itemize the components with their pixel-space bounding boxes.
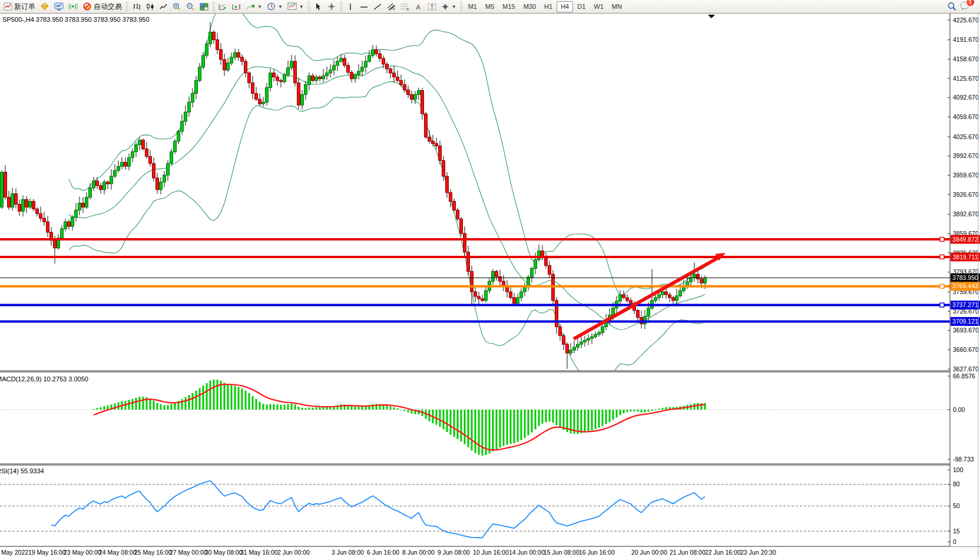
svg-text:24 May 08:00: 24 May 08:00 — [99, 549, 137, 556]
autotrading-button[interactable]: 自动交易 — [80, 1, 124, 12]
toolbar-grip — [340, 2, 343, 11]
timeframe-button-w1[interactable]: W1 — [590, 1, 608, 12]
toolbar-grip — [460, 2, 463, 11]
zoom-out-button[interactable] — [184, 1, 197, 12]
auto-scroll-icon — [218, 3, 227, 11]
svg-text:3819.711: 3819.711 — [952, 253, 978, 261]
svg-text:A: A — [416, 4, 421, 11]
new-order-button[interactable]: 新订单 — [1, 1, 38, 12]
svg-text:May 2022: May 2022 — [1, 549, 28, 556]
terminal-window: 新订单 自动交易 — [0, 0, 980, 557]
svg-text:16 Jun 16:00: 16 Jun 16:00 — [579, 549, 615, 556]
svg-text:31 May 16:00: 31 May 16:00 — [240, 549, 278, 556]
line-chart-icon — [160, 3, 168, 11]
rsi-indicator-label: RSI(14) 55.9334 — [0, 467, 44, 474]
terminal-button[interactable] — [52, 1, 66, 12]
svg-text:15 Jun 08:00: 15 Jun 08:00 — [544, 549, 580, 556]
svg-text:23 Jun 20:30: 23 Jun 20:30 — [740, 549, 776, 556]
indicators-plus-icon — [246, 2, 255, 11]
cursor-tool-button[interactable] — [312, 1, 325, 12]
timeframe-button-h4[interactable]: H4 — [557, 1, 573, 12]
auto-scroll-button[interactable] — [216, 1, 230, 12]
svg-text:19 May 16:00: 19 May 16:00 — [28, 549, 66, 556]
dropdown-caret-icon: ▼ — [257, 4, 262, 9]
svg-text:3627.670: 3627.670 — [953, 365, 979, 373]
svg-text:100: 100 — [953, 466, 964, 473]
svg-text:3992.670: 3992.670 — [953, 152, 979, 159]
svg-text:8 Jun 00:00: 8 Jun 00:00 — [402, 549, 435, 556]
toolbar-grip — [307, 2, 310, 11]
periods-button[interactable]: ▼ — [264, 1, 285, 12]
chart-shift-icon — [232, 3, 241, 11]
svg-text:14 Jun 00:00: 14 Jun 00:00 — [509, 549, 545, 556]
svg-text:3660.670: 3660.670 — [953, 346, 979, 353]
line-chart-button[interactable] — [157, 1, 170, 12]
svg-text:6 Jun 16:00: 6 Jun 16:00 — [367, 549, 399, 556]
timeframe-button-m30[interactable]: M30 — [519, 1, 540, 12]
svg-text:25 May 16:00: 25 May 16:00 — [134, 549, 172, 556]
svg-text:50: 50 — [953, 502, 960, 509]
svg-text:4125.670: 4125.670 — [953, 75, 979, 82]
text-tool-button[interactable]: A — [412, 1, 425, 12]
svg-text:2 Jun 00:00: 2 Jun 00:00 — [277, 549, 310, 556]
tile-windows-icon — [200, 3, 208, 11]
market-button[interactable] — [38, 1, 52, 12]
timeframe-button-mn[interactable]: MN — [608, 1, 626, 12]
svg-text:4225.670: 4225.670 — [953, 17, 979, 24]
svg-text:3769.443: 3769.443 — [952, 282, 978, 289]
arrows-tool-button[interactable]: ▼ — [439, 1, 459, 12]
svg-text:3959.670: 3959.670 — [953, 172, 979, 179]
time-axis[interactable]: May 202219 May 16:0023 May 00:0024 May 0… — [1, 549, 776, 556]
trendline-icon — [373, 3, 382, 11]
candlestick-button[interactable] — [143, 1, 157, 12]
svg-text:21 Jun 08:00: 21 Jun 08:00 — [670, 549, 706, 556]
fibonacci-icon: F — [400, 3, 409, 11]
svg-text:3783.950: 3783.950 — [952, 274, 978, 281]
cursor-icon — [314, 2, 322, 11]
autotrading-label: 自动交易 — [94, 2, 122, 12]
svg-text:3 Jun 08:00: 3 Jun 08:00 — [332, 549, 364, 556]
timeframe-button-m1[interactable]: M1 — [464, 1, 481, 12]
text-label-icon: T — [428, 3, 436, 11]
svg-text:3709.121: 3709.121 — [952, 318, 978, 325]
timeframe-button-m15[interactable]: M15 — [498, 1, 519, 12]
svg-text:15: 15 — [953, 528, 960, 535]
horizontal-line-tool-button[interactable] — [357, 1, 371, 12]
svg-text:22 Jun 16:00: 22 Jun 16:00 — [705, 549, 741, 556]
search-icon — [947, 2, 957, 11]
notifications-button[interactable]: 1 — [959, 1, 971, 13]
template-icon — [287, 2, 297, 11]
svg-text:3737.271: 3737.271 — [952, 301, 978, 308]
tile-windows-button[interactable] — [197, 1, 211, 12]
svg-text:80: 80 — [953, 480, 960, 487]
horizontal-line-icon — [360, 3, 368, 11]
vertical-line-tool-button[interactable] — [344, 1, 357, 12]
crosshair-tool-button[interactable] — [325, 1, 339, 12]
zoom-in-icon — [173, 2, 181, 11]
svg-text:4092.670: 4092.670 — [953, 94, 979, 101]
timeframe-button-h1[interactable]: H1 — [540, 1, 557, 12]
toolbar-grip — [212, 2, 215, 11]
svg-text:3926.670: 3926.670 — [953, 191, 979, 198]
arrows-shapes-icon — [441, 3, 449, 11]
dropdown-caret-icon: ▼ — [278, 4, 283, 9]
svg-text:0: 0 — [953, 538, 956, 545]
trendline-tool-button[interactable] — [371, 1, 385, 12]
bar-chart-button[interactable] — [130, 1, 143, 12]
svg-text:4158.670: 4158.670 — [953, 55, 979, 62]
search-button[interactable] — [945, 1, 959, 12]
indicators-button[interactable]: ▼ — [243, 1, 264, 12]
fibonacci-tool-button[interactable]: F — [398, 1, 412, 12]
timeframe-button-m5[interactable]: M5 — [481, 1, 498, 12]
signals-button[interactable] — [66, 1, 80, 12]
chart-canvas[interactable]: 4225.6704191.6704158.6704125.6704092.670… — [0, 0, 980, 557]
text-label-tool-button[interactable]: T — [425, 1, 439, 12]
equidistant-channel-tool-button[interactable]: E — [385, 1, 398, 12]
chart-shift-button[interactable] — [230, 1, 243, 12]
zoom-in-button[interactable] — [170, 1, 184, 12]
new-order-icon — [4, 2, 12, 11]
templates-button[interactable]: ▼ — [285, 1, 306, 12]
new-order-label: 新订单 — [14, 2, 35, 12]
timeframe-button-d1[interactable]: D1 — [573, 1, 590, 12]
svg-text:20 Jun 00:00: 20 Jun 00:00 — [631, 549, 667, 556]
